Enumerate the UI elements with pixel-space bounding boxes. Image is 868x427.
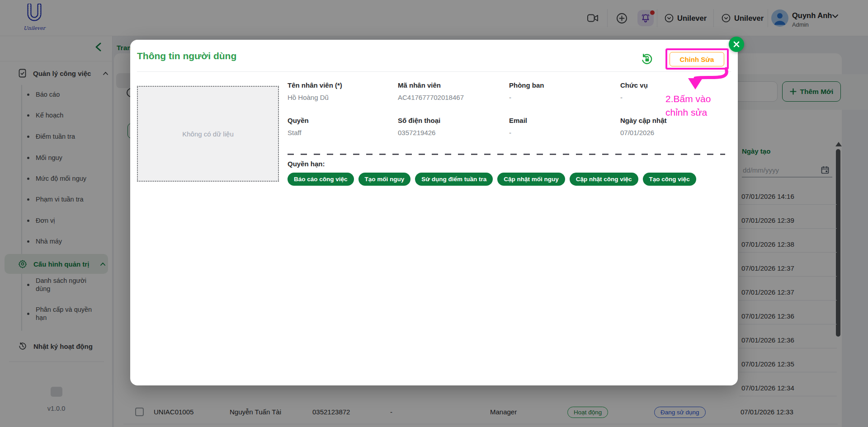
- field-value-phong-ban: -: [509, 94, 511, 101]
- reset-password-icon[interactable]: [641, 53, 653, 66]
- modal-divider: [137, 71, 731, 72]
- photo-placeholder: Không có dữ liệu: [137, 86, 279, 182]
- field-value-ten-nhan-vien: Hồ Hoàng Dũ: [288, 94, 329, 101]
- field-value-so-dien-thoai: 0357219426: [398, 129, 435, 136]
- field-label-quyen: Quyền: [288, 117, 309, 124]
- modal-title: Thông tin người dùng: [137, 51, 236, 61]
- annotation-text: 2.Bấm vào chỉnh sửa: [665, 92, 711, 119]
- field-label-chuc-vu: Chức vụ: [620, 81, 648, 89]
- close-icon: [733, 41, 740, 48]
- field-label-email: Email: [509, 117, 527, 124]
- field-value-quyen: Staff: [288, 129, 302, 136]
- dashed-divider: [288, 154, 725, 155]
- field-value-email: -: [509, 129, 511, 136]
- permissions-chip-row: Báo cáo công việc Tạo mối nguy Sử dụng đ…: [288, 173, 696, 186]
- permission-chip: Báo cáo công việc: [288, 173, 354, 186]
- no-data-text: Không có dữ liệu: [182, 130, 233, 138]
- user-info-modal: Thông tin người dùng Chỉnh Sửa Không có …: [130, 40, 738, 385]
- permission-chip: Tạo mối nguy: [359, 173, 411, 186]
- permissions-label: Quyền hạn:: [288, 160, 325, 168]
- annotation-line-1: 2.Bấm vào: [665, 92, 711, 106]
- field-value-ma-nhan-vien: AC417677702018467: [398, 94, 464, 101]
- annotation-line-2: chỉnh sửa: [665, 106, 711, 119]
- permission-chip: Cập nhật công việc: [570, 173, 638, 186]
- permission-chip: Sử dụng điểm tuần tra: [415, 173, 493, 186]
- field-label-phong-ban: Phòng ban: [509, 81, 544, 89]
- field-label-ngay-cap-nhat: Ngày cập nhật: [620, 117, 667, 124]
- field-value-chuc-vu: -: [620, 94, 623, 101]
- field-label-ten-nhan-vien: Tên nhân viên (*): [288, 81, 342, 89]
- annotation-arrow: [677, 67, 736, 94]
- field-label-ma-nhan-vien: Mã nhân viên: [398, 81, 441, 89]
- field-value-ngay-cap-nhat: 07/01/2026: [620, 129, 654, 136]
- screen: Unilever Unilever: [0, 0, 868, 427]
- permission-chip: Tạo công việc: [643, 173, 696, 186]
- annotation-highlight-box: [665, 48, 729, 70]
- modal-close-button[interactable]: [729, 37, 744, 52]
- permission-chip: Cập nhật mối nguy: [497, 173, 565, 186]
- field-label-so-dien-thoai: Số điện thoại: [398, 117, 440, 124]
